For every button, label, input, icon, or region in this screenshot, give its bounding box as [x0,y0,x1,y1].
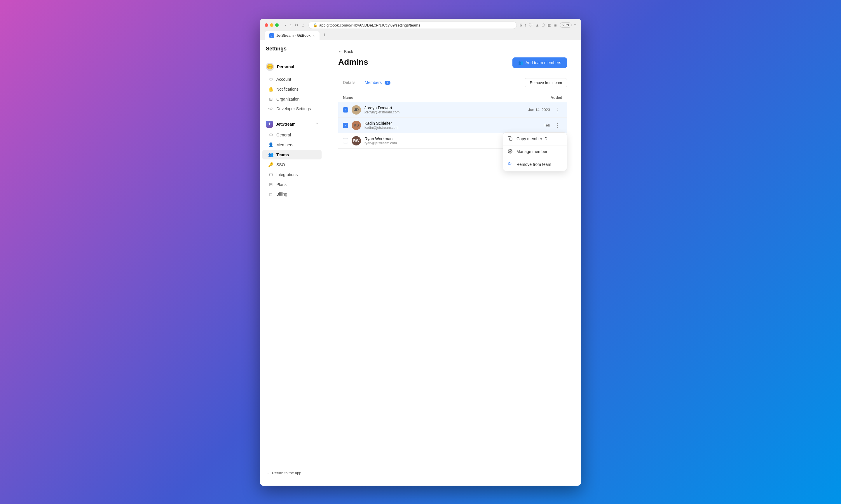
dropdown-remove-from-team[interactable]: Remove from team [503,158,567,171]
sidebar-item-teams[interactable]: 👥 Teams [262,150,322,159]
col-name-header: Name [343,95,518,100]
browser-chrome: ‹ › ↻ ⌂ 🔒 app.gitbook.com/o/rHbw65DDeLxP… [260,19,581,40]
address-bar[interactable]: 🔒 app.gitbook.com/o/rHbw65DDeLxPNJCcyl09… [308,22,517,29]
manage-icon [508,149,513,155]
member-email: kadin@jetstream.com [364,126,506,130]
svg-point-2 [509,162,510,164]
personal-avatar: 😊 [266,63,274,71]
menu-icon[interactable]: ≡ [574,23,576,28]
tab-members[interactable]: Members 3 [360,77,395,88]
copy-id-label: Copy member ID [516,137,547,141]
org-chevron-icon: ⌃ [315,122,318,126]
back-link[interactable]: ← Back [338,49,567,54]
manage-member-label: Manage member [516,149,547,154]
main-content: ← Back Admins 👥 Add team members Details… [324,40,581,486]
table-row: ✓ JD Jordyn Dorwart jordyn@jetstream.com… [338,102,567,118]
close-window-button[interactable] [265,23,268,27]
add-members-icon: 👥 [518,60,523,65]
general-label: General [276,133,291,137]
traffic-lights [265,23,279,27]
tab-details[interactable]: Details [338,77,360,88]
wallet-icon: ▣ [553,23,557,28]
col-added-header: Added [518,95,562,100]
tab-details-label: Details [343,80,356,85]
sidebar-item-sso[interactable]: 🔑 SSO [262,160,322,169]
sidebar-item-members[interactable]: 👤 Members [262,140,322,149]
browser-controls: ‹ › ↻ ⌂ 🔒 app.gitbook.com/o/rHbw65DDeLxP… [265,22,576,29]
svg-point-1 [510,151,511,152]
member-info-ryan: Ryan Workman ryan@jetstream.com [364,137,506,145]
reload-button[interactable]: ↻ [294,22,299,28]
app-body: Settings 😊 Personal ⚙ Account 🔔 Notifica… [260,40,581,486]
member-info-kadin: Kadin Schleifer kadin@jetstream.com [364,121,506,130]
new-tab-button[interactable]: + [321,32,329,38]
return-label: Return to the app [272,471,301,475]
developer-settings-icon: </> [268,107,273,111]
row-menu-button-kadin[interactable]: ⋮ [552,121,562,130]
notifications-label: Notifications [276,87,298,92]
tab-title: JetStream - GitBook [276,33,310,38]
copy-icon [508,136,513,142]
account-icon: ⚙ [268,77,273,82]
organization-icon: ⊞ [268,96,273,102]
row-checkbox-ryan[interactable] [343,138,348,143]
home-button[interactable]: ⌂ [301,22,305,28]
dropdown-manage-member[interactable]: Manage member [503,145,567,158]
return-to-app-link[interactable]: ← Return to the app [266,471,318,475]
member-added-date: Jun 14, 2023 [506,108,550,112]
tabs-row: Details Members 3 Remove from team [338,77,567,88]
alert-icon: ▲ [535,23,539,28]
sidebar-item-developer-settings[interactable]: </> Developer Settings [262,104,322,113]
row-menu-button-jordyn[interactable]: ⋮ [552,106,562,114]
sso-icon: 🔑 [268,162,273,167]
browser-toolbar-icons: ⎘ ↑ 🛡 ▲ ⬡ ▦ ▣ VPN ≡ [520,22,576,28]
personal-label: Personal [277,65,294,69]
active-tab[interactable]: J JetStream - GitBook × [265,31,320,40]
member-email: jordyn@jetstream.com [364,110,506,114]
sidebar-item-integrations[interactable]: ⬡ Integrations [262,170,322,179]
sidebar-toggle-icon: ▦ [547,23,551,28]
forward-nav-button[interactable]: › [289,22,293,28]
vpn-badge[interactable]: VPN [560,22,572,28]
sidebar-item-billing[interactable]: □ Billing [262,190,322,199]
sidebar-item-plans[interactable]: ⊞ Plans [262,180,322,189]
sidebar-item-organization[interactable]: ⊞ Organization [262,94,322,104]
tab-close-button[interactable]: × [313,34,315,38]
member-added-date: Feb [506,123,550,127]
row-checkbox-jordyn[interactable]: ✓ [343,107,348,112]
browser-window: ‹ › ↻ ⌂ 🔒 app.gitbook.com/o/rHbw65DDeLxP… [260,19,581,486]
nav-buttons: ‹ › ↻ ⌂ [284,22,306,28]
sidebar-item-general[interactable]: ⚙ General [262,130,322,140]
tab-favicon-icon: J [269,33,274,38]
billing-icon: □ [268,192,273,197]
back-nav-button[interactable]: ‹ [284,22,288,28]
tab-bar: J JetStream - GitBook × + [265,31,576,40]
sidebar-footer: ← Return to the app [260,466,324,480]
plans-icon: ⊞ [268,182,273,187]
sidebar-item-account[interactable]: ⚙ Account [262,75,322,84]
add-team-members-button[interactable]: 👥 Add team members [512,57,567,68]
integrations-icon: ⬡ [268,172,273,177]
remove-from-team-button[interactable]: Remove from team [525,78,567,87]
table-header: Name Added [338,93,567,102]
minimize-window-button[interactable] [270,23,273,27]
notifications-icon: 🔔 [268,87,273,92]
member-avatar-ryan: RW [351,136,361,145]
row-checkbox-kadin[interactable]: ✓ [343,123,348,128]
dropdown-copy-id[interactable]: Copy member ID [503,133,567,145]
sidebar-item-notifications[interactable]: 🔔 Notifications [262,85,322,94]
maximize-window-button[interactable] [275,23,279,27]
table-row: ✓ KS Kadin Schleifer kadin@jetstream.com… [338,118,567,133]
developer-settings-label: Developer Settings [276,106,311,111]
account-label: Account [276,77,291,82]
sidebar-divider-1 [260,59,324,59]
personal-section: 😊 Personal [260,61,324,74]
back-label: Back [344,49,353,54]
members-count-badge: 3 [384,81,391,85]
member-name: Kadin Schleifer [364,121,506,126]
general-icon: ⚙ [268,132,273,138]
integrations-label: Integrations [276,172,298,177]
members-label: Members [276,143,293,147]
sidebar-org-item[interactable]: ✦ JetStream ⌃ [260,118,324,130]
member-name: Ryan Workman [364,137,506,141]
